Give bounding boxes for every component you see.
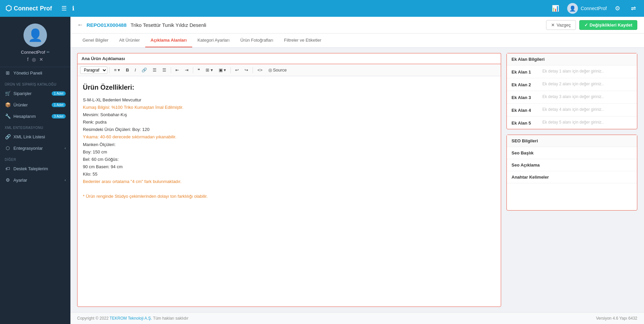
extra-fields-body: Ek Alan 1 Ek detay 1 alanı için değer gi… <box>507 65 637 129</box>
orders-badge: 1 Adet <box>52 91 66 96</box>
indent-button[interactable]: ⇥ <box>182 66 191 74</box>
toolbar-separator <box>253 67 253 73</box>
menu-button[interactable]: ☰ <box>59 3 69 13</box>
field-label: Ek Alan 1 <box>512 69 538 75</box>
bold-button[interactable]: B <box>123 66 131 74</box>
editor-body[interactable]: Ürün Özellikleri: S-M-L-XL Bedenleri Mev… <box>77 76 501 205</box>
sidebar-item-label: Ürünler <box>13 102 28 107</box>
share-icon: ⇌ <box>631 5 636 12</box>
media-icon: ▣ ▾ <box>219 67 226 73</box>
sidebar-item-entegrasyonlar[interactable]: ⬡ Entegrasyonlar ‹ <box>0 142 70 154</box>
sidebar-item-xml-link[interactable]: 🔗 XML Link Listesi <box>0 131 70 142</box>
twitter-icon[interactable]: ✕ <box>39 57 43 62</box>
paragraph-select[interactable]: Paragraf <box>80 66 107 74</box>
extra-field-row-2: Ek Alan 2 Ek detay 2 alanı için değer gi… <box>507 78 637 91</box>
products-badge: 1 Adet <box>52 103 66 107</box>
settings-button[interactable]: ⚙ <box>612 3 623 13</box>
seo-field-label: Anahtar Kelimeler <box>512 175 549 180</box>
cancel-icon: ✕ <box>551 22 555 28</box>
info-icon: ℹ <box>72 5 74 12</box>
sidebar-item-ayarlar[interactable]: ⚙ Ayarlar ‹ <box>0 174 70 186</box>
sidebar-section-catalog: ÜRÜN VE SİPARİŞ KATALOĞU <box>0 79 70 88</box>
settings-icon: ⚙ <box>5 177 11 183</box>
sidebar-item-label: Entegrasyonlar <box>13 146 43 151</box>
menu-icon: ☰ <box>61 5 67 12</box>
field-label: Ek Alan 5 <box>512 120 538 126</box>
chart-button[interactable]: 📊 <box>549 3 562 13</box>
dashboard-icon: ⊞ <box>5 70 11 76</box>
cancel-button[interactable]: ✕ Vazgeç <box>546 20 576 30</box>
editor-toolbar: Paragraf ≡ ▾ B I 🔗 <box>77 64 501 76</box>
extra-fields-title: Ek Alan Bilgileri <box>507 53 637 65</box>
tab-filtreler[interactable]: Filtreler ve Etiketler <box>279 34 327 47</box>
page-header: ← REPO01X000488 Triko Tesettür Tunik Yıl… <box>70 17 644 34</box>
info-button[interactable]: ℹ <box>69 3 77 13</box>
footer-copyright: Copyright © 2022 TEKROM Teknoloji A.Ş. T… <box>77 316 189 321</box>
link-icon: 🔗 <box>142 67 147 73</box>
header-actions: ✕ Vazgeç ✓ Değişiklikleri Kaydet <box>546 20 637 30</box>
instagram-icon[interactable]: ◎ <box>32 57 36 62</box>
media-button[interactable]: ▣ ▾ <box>216 66 229 74</box>
undo-button[interactable]: ↩ <box>233 66 241 74</box>
align-icon: ≡ ▾ <box>114 67 120 73</box>
logo-connect: Connect <box>14 5 38 12</box>
extra-field-row-5: Ek Alan 5 Ek detay 5 alanı için değer gi… <box>507 117 637 129</box>
sidebar-item-siparisler[interactable]: 🛒 Siparişler 1 Adet <box>0 88 70 99</box>
accounts-badge: 3 Adet <box>52 114 66 119</box>
tab-fotograflar[interactable]: Ürün Fotoğrafları <box>235 34 279 47</box>
source-button[interactable]: ◎ Source <box>266 66 289 74</box>
outdent-icon: ⇤ <box>175 67 179 73</box>
avatar: 👤 <box>567 3 578 14</box>
seo-panel: SEO Bilgileri Seo Başlık Seo Açıklama An… <box>506 135 637 211</box>
redo-button[interactable]: ↪ <box>242 66 251 74</box>
content-area: ← REPO01X000488 Triko Tesettür Tunik Yıl… <box>70 17 644 324</box>
sidebar-item-urunler[interactable]: 📦 Ürünler 1 Adet <box>0 99 70 110</box>
footer-company-link[interactable]: TEKROM Teknoloji A.Ş. <box>110 316 152 321</box>
toolbar-separator <box>193 67 193 73</box>
support-icon: 🏷 <box>5 166 11 171</box>
product-title: Triko Tesettür Tunik Yıldız Desenli <box>130 22 546 28</box>
seo-body: Seo Başlık Seo Açıklama Anahtar Kelimele… <box>507 147 637 210</box>
table-icon: ⊞ ▾ <box>206 67 213 73</box>
edit-icon[interactable]: ✏ <box>47 50 50 54</box>
seo-field-label: Seo Başlık <box>512 150 534 155</box>
tab-kategori[interactable]: Kategori Ayarları <box>192 34 235 47</box>
sidebar-item-label: Hesaplarım <box>13 114 36 119</box>
code-button[interactable]: <> <box>255 66 265 74</box>
toolbar-separator <box>171 67 171 73</box>
field-label: Ek Alan 2 <box>512 82 538 87</box>
tab-genel[interactable]: Genel Bilgiler <box>77 34 114 47</box>
sidebar-item-label: Yönetici Paneli <box>13 71 42 76</box>
sidebar-item-destek[interactable]: 🏷 Destek Taleplerim <box>0 163 70 174</box>
extra-field-row-1: Ek Alan 1 Ek detay 1 alanı için değer gi… <box>507 65 637 78</box>
accounts-icon: 🔧 <box>5 113 11 119</box>
ul-button[interactable]: ☰ <box>150 66 159 74</box>
back-button[interactable]: ← <box>77 21 83 29</box>
sidebar-item-label: Siparişler <box>13 91 32 96</box>
save-button[interactable]: ✓ Değişiklikleri Kaydet <box>579 20 637 30</box>
facebook-icon[interactable]: f <box>27 57 29 62</box>
italic-button[interactable]: I <box>132 66 139 74</box>
page-content: Ana Ürün Açıklaması Paragraf ≡ ▾ B <box>70 48 644 312</box>
link-button[interactable]: 🔗 <box>139 66 149 74</box>
share-button[interactable]: ⇌ <box>628 3 639 13</box>
tab-aciklama[interactable]: Açıklama Alanları <box>145 34 192 47</box>
undo-icon: ↩ <box>235 67 239 73</box>
editor-line: * Ürün renginde Stüdyo çekimlerinden dol… <box>83 193 495 200</box>
outdent-button[interactable]: ⇤ <box>173 66 181 74</box>
tab-alt-urunler[interactable]: Alt Ürünler <box>114 34 145 47</box>
sidebar-item-hesaplarim[interactable]: 🔧 Hesaplarım 3 Adet <box>0 110 70 122</box>
top-navigation: ⬡ ConnectProf ☰ ℹ 📊 👤 ConnectProf ⚙ ⇌ <box>0 0 644 17</box>
field-value: Ek detay 3 alanı için değer giriniz.. <box>542 94 632 99</box>
field-label: Ek Alan 4 <box>512 107 538 113</box>
indent-icon: ⇥ <box>185 67 189 73</box>
quote-button[interactable]: ❝ <box>195 66 202 74</box>
italic-icon: I <box>135 67 136 73</box>
align-button[interactable]: ≡ ▾ <box>112 66 122 74</box>
sidebar-item-yonetici[interactable]: ⊞ Yönetici Paneli <box>0 67 70 79</box>
bold-icon: B <box>126 67 129 73</box>
table-button[interactable]: ⊞ ▾ <box>203 66 215 74</box>
ol-button[interactable]: ☰ <box>160 66 169 74</box>
orders-icon: 🛒 <box>5 91 11 96</box>
seo-empty-space <box>507 183 637 210</box>
